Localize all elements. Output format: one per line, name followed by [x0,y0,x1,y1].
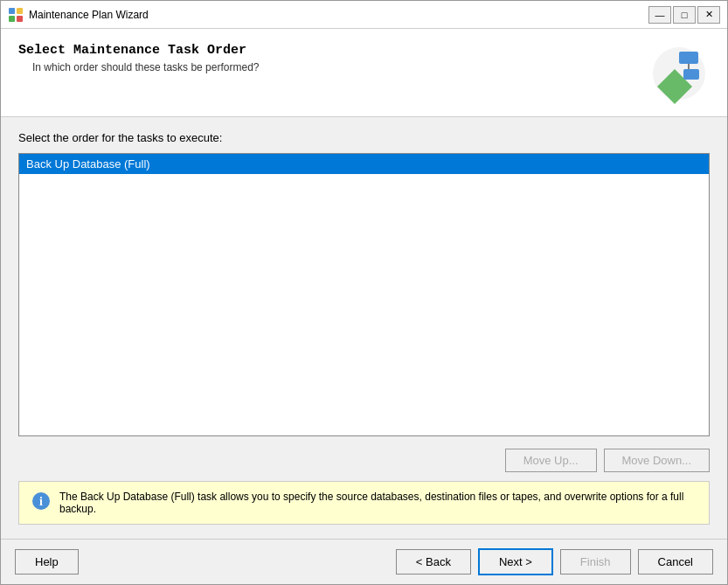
finish-button[interactable]: Finish [560,549,631,575]
title-bar: Maintenance Plan Wizard — □ ✕ [1,1,727,29]
app-icon [8,7,24,23]
help-button[interactable]: Help [15,549,79,575]
page-title: Select Maintenance Task Order [18,43,259,58]
move-down-button[interactable]: Move Down... [604,449,710,472]
page-subtitle: In which order should these tasks be per… [32,61,259,73]
info-box: i The Back Up Database (Full) task allow… [18,481,710,525]
svg-rect-3 [17,16,23,22]
move-buttons-container: Move Up... Move Down... [18,449,710,472]
next-button[interactable]: Next > [478,548,553,575]
maximize-button[interactable]: □ [673,6,696,24]
svg-rect-1 [17,8,23,14]
svg-rect-2 [9,16,15,22]
back-button[interactable]: < Back [396,549,471,575]
task-list-item[interactable]: Back Up Database (Full) [19,154,709,174]
cancel-button[interactable]: Cancel [638,549,713,575]
move-up-button[interactable]: Move Up... [505,449,597,472]
instruction-label: Select the order for the tasks to execut… [18,131,710,144]
svg-text:i: i [39,495,43,508]
svg-rect-7 [683,69,699,80]
header-text: Select Maintenance Task Order In which o… [18,43,259,73]
main-window: Maintenance Plan Wizard — □ ✕ Select Mai… [0,0,728,585]
header-section: Select Maintenance Task Order In which o… [1,29,727,117]
task-list[interactable]: Back Up Database (Full) [18,153,710,436]
window-title: Maintenance Plan Wizard [29,9,648,21]
header-graphic [631,43,710,104]
content-area: Select the order for the tasks to execut… [1,117,727,539]
window-controls: — □ ✕ [648,6,720,24]
info-icon: i [31,491,51,511]
footer: Help < Back Next > Finish Cancel [1,539,727,584]
close-button[interactable]: ✕ [697,6,720,24]
minimize-button[interactable]: — [648,6,671,24]
svg-rect-6 [679,52,698,64]
svg-rect-0 [9,8,15,14]
info-text: The Back Up Database (Full) task allows … [59,491,697,515]
